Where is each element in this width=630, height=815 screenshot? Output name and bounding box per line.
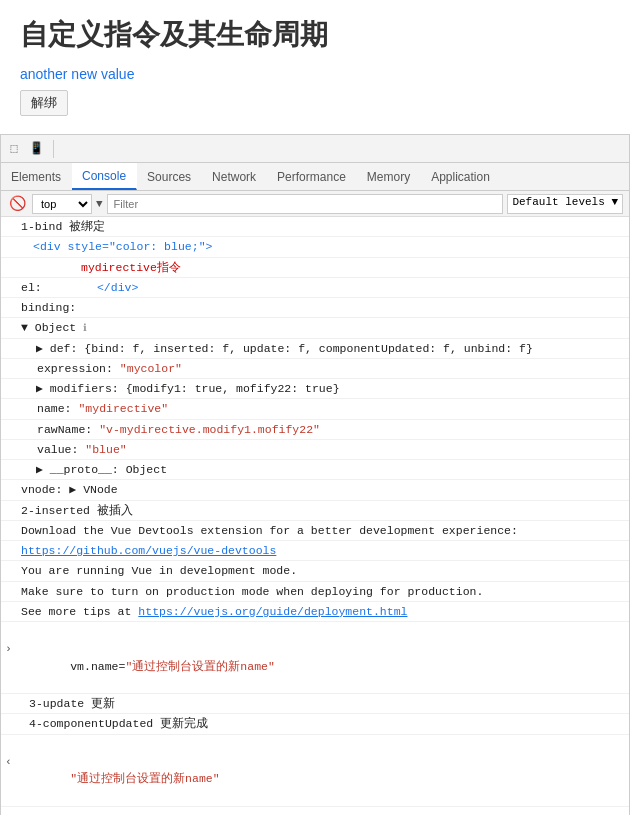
console-line: ▶ modifiers: {modify1: true, mofify22: t… <box>1 379 629 399</box>
console-toolbar: 🚫 top ▼ Default levels ▼ <box>1 191 629 217</box>
console-line: Make sure to turn on production mode whe… <box>1 582 629 602</box>
console-line: 4-componentUpdated 更新完成 <box>1 714 629 734</box>
console-line: value: "blue" <box>1 440 629 460</box>
default-levels-dropdown[interactable]: Default levels ▼ <box>507 194 623 214</box>
console-line: 3-update 更新 <box>1 694 629 714</box>
filter-input[interactable] <box>107 194 504 214</box>
console-output: 1-bind 被绑定 <div style="color: blue;"> my… <box>1 217 629 815</box>
tab-application[interactable]: Application <box>421 163 501 190</box>
console-line: 1-bind 被绑定 <box>1 217 629 237</box>
context-select[interactable]: top <box>32 194 92 214</box>
devtools-top-toolbar: ⬚ 📱 <box>1 135 629 163</box>
device-icon[interactable]: 📱 <box>27 140 45 158</box>
console-line: 2-inserted 被插入 <box>1 501 629 521</box>
tab-memory[interactable]: Memory <box>357 163 421 190</box>
console-line: <div style="color: blue;"> <box>1 237 629 257</box>
console-line: ▶ def: {bind: f, inserted: f, update: f,… <box>1 339 629 359</box>
console-line: Download the Vue Devtools extension for … <box>1 521 629 541</box>
vue-link[interactable]: another new value <box>20 66 610 82</box>
console-line: expression: "mycolor" <box>1 359 629 379</box>
console-line: › vm.name="another new value" <box>1 807 629 816</box>
tab-elements[interactable]: Elements <box>1 163 72 190</box>
devtools-tabs: Elements Console Sources Network Perform… <box>1 163 629 191</box>
tab-network[interactable]: Network <box>202 163 267 190</box>
console-line: binding: <box>1 298 629 318</box>
console-line[interactable]: https://github.com/vuejs/vue-devtools <box>1 541 629 561</box>
page-title: 自定义指令及其生命周期 <box>20 16 610 54</box>
tab-performance[interactable]: Performance <box>267 163 357 190</box>
console-line: el: </div> <box>1 278 629 298</box>
console-line: See more tips at https://vuejs.org/guide… <box>1 602 629 622</box>
console-line: name: "mydirective" <box>1 399 629 419</box>
dropdown-arrow-icon: ▼ <box>96 198 103 210</box>
toolbar-icon-group: ⬚ 📱 <box>5 140 54 158</box>
console-line: ▶ __proto__: Object <box>1 460 629 480</box>
console-line: ‹ "通过控制台设置的新name" <box>1 735 629 807</box>
unbind-button[interactable]: 解绑 <box>20 90 68 116</box>
console-line: › vm.name="通过控制台设置的新name" <box>1 622 629 694</box>
console-line: mydirective指令 <box>1 258 629 278</box>
console-line: ▼ Object ℹ <box>1 318 629 338</box>
inspect-icon[interactable]: ⬚ <box>5 140 23 158</box>
console-line: rawName: "v-mydirective.modify1.mofify22… <box>1 420 629 440</box>
clear-console-icon[interactable]: 🚫 <box>7 193 28 214</box>
tab-console[interactable]: Console <box>72 163 137 190</box>
console-line: You are running Vue in development mode. <box>1 561 629 581</box>
devtools-panel: ⬚ 📱 Elements Console Sources Network Per… <box>0 134 630 815</box>
console-line: vnode: ▶ VNode <box>1 480 629 500</box>
tab-sources[interactable]: Sources <box>137 163 202 190</box>
